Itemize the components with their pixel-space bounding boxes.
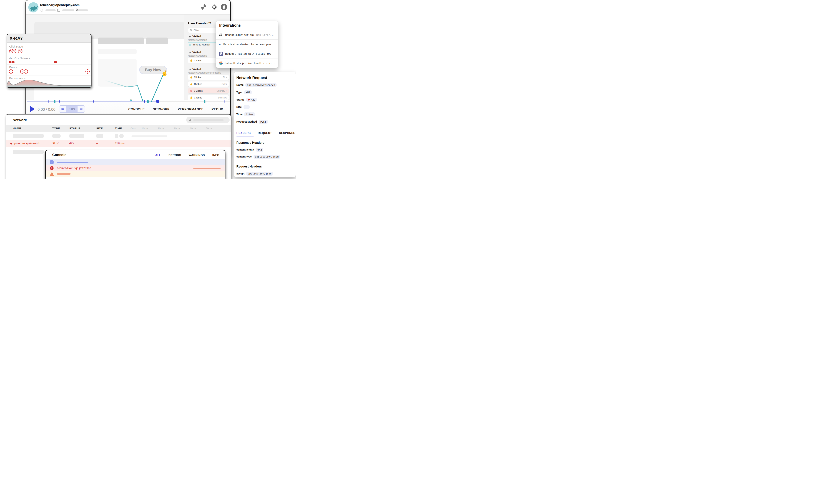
field-type: Type XHR <box>236 90 251 95</box>
field-name-value: api.ecom.xyz/search <box>245 83 277 87</box>
console-title: Console <box>52 153 66 157</box>
render-dot <box>189 44 191 46</box>
event-card-clicked[interactable]: ☝ Clicked Buy Now <box>188 95 228 100</box>
devtools-tabs: CONSOLE NETWORK PERFORMANCE REDUX <box>128 106 223 113</box>
tab-response[interactable]: RESPONSE <box>279 131 295 134</box>
integration-row-quotes[interactable]: Permission denied to access pro... <box>216 39 278 49</box>
skeleton-bar <box>98 49 137 54</box>
elastic-icon <box>219 61 223 65</box>
console-error-source: ecom.xyz/a213qh.js:123987 <box>57 167 91 170</box>
field-request-method: Request Method POST <box>236 119 268 124</box>
header-accept: accept application/json <box>236 171 273 176</box>
duration-skeleton <box>45 9 56 11</box>
time-tick: 30ms <box>174 127 180 130</box>
xray-performance-row[interactable]: Performance <box>7 75 91 88</box>
play-button[interactable] <box>30 106 35 112</box>
network-table-header: NAME TYPE STATUS SIZE TIME 0ms 10ms 20ms… <box>6 125 231 132</box>
user-events-count: 62 <box>207 22 211 25</box>
timeline-page-marker <box>54 100 56 103</box>
render-label[interactable]: Time to Render <box>193 43 210 46</box>
playhead[interactable] <box>156 100 159 103</box>
integration-row-sentry[interactable]: UnhandledRejection: Non—Error... <box>216 30 278 39</box>
xray-errors-row[interactable]: Errors <box>7 65 91 75</box>
error-icon <box>85 69 90 73</box>
network-error-row[interactable]: api.ecom.xyz/search XHR 422 -- 119 ms <box>6 140 231 147</box>
event-path: /category/wearable/watch-details <box>188 71 221 74</box>
event-card-rage-clicks[interactable]: 3 Clicks Quantity + <box>188 88 228 93</box>
info-icon <box>50 160 53 164</box>
tab-redux[interactable]: REDUX <box>212 108 223 111</box>
skeleton-block <box>146 38 168 44</box>
console-tabs: ALL ERRORS WARNINGS INFO <box>155 153 219 157</box>
user-email: rebecca@openreplay.com <box>40 3 80 7</box>
xray-click-rage-row[interactable]: Click Rage <box>7 43 91 55</box>
tab-network[interactable]: NETWORK <box>153 108 170 111</box>
console-tab-warnings[interactable]: WARNINGS <box>189 153 205 157</box>
avatar <box>28 2 39 13</box>
network-error-dot <box>12 61 15 63</box>
timeline-page-marker <box>204 100 205 103</box>
request-status: 422 <box>69 142 74 145</box>
github-icon[interactable] <box>221 4 227 10</box>
skip-forward-button[interactable] <box>78 106 85 112</box>
skip-forward-icon <box>80 107 83 111</box>
visited-icon <box>189 68 191 71</box>
search-icon <box>189 118 192 122</box>
event-type[interactable]: Visited <box>192 35 201 38</box>
integration-row-datadog[interactable]: Request failed with status 500 <box>216 49 278 58</box>
network-search[interactable] <box>186 117 229 123</box>
request-time: 119 ms <box>115 142 125 145</box>
event-type[interactable]: Visited <box>192 68 201 71</box>
timeline-event-tick <box>144 100 145 103</box>
slack-icon[interactable] <box>200 4 207 10</box>
field-size: Size -- <box>236 105 249 109</box>
network-row-skeleton[interactable] <box>6 132 231 140</box>
request-detail-tabs: HEADERS REQUEST RESPONSE <box>236 131 295 134</box>
time-tick: 20ms <box>157 127 164 130</box>
click-hand-icon: ☝ <box>190 76 193 79</box>
jira-icon[interactable] <box>211 4 218 10</box>
console-info-row[interactable] <box>46 159 225 165</box>
skip-controls: 10s <box>59 105 85 113</box>
integration-row-elastic[interactable]: Unhandledrejection handler rece.. <box>216 58 278 68</box>
console-tab-errors[interactable]: ERRORS <box>169 153 181 157</box>
clock-icon <box>40 9 43 12</box>
field-time: Time 119ms <box>236 112 255 117</box>
console-error-row[interactable]: ecom.xyz/a213qh.js:123987 <box>46 165 225 171</box>
event-type[interactable]: Visited <box>192 51 201 54</box>
tab-request[interactable]: REQUEST <box>258 131 272 134</box>
tab-console[interactable]: CONSOLE <box>128 108 145 111</box>
time-tick: 50ms <box>206 127 213 130</box>
request-name: api.ecom.xyz/search <box>13 142 40 145</box>
integrations-title: Integrations <box>219 23 241 27</box>
pointer-hand-cursor: ☝ <box>160 69 169 76</box>
warning-icon <box>50 172 54 176</box>
console-warning-row[interactable] <box>46 171 225 177</box>
time-tick: 10ms <box>141 127 149 130</box>
timeline-event-tick <box>60 100 60 103</box>
response-headers-title: Response Headers <box>236 141 264 145</box>
tab-performance[interactable]: PERFORMANCE <box>178 108 204 111</box>
timeline-quote-marker: “ <box>129 101 132 103</box>
console-tab-info[interactable]: INFO <box>213 153 219 157</box>
xray-panel: X-RAY Click Rage 4xx-5xx Network Errors <box>7 34 91 88</box>
location-pin-icon <box>75 8 78 12</box>
xray-network-row[interactable]: 4xx-5xx Network <box>7 55 91 65</box>
event-card-clicked[interactable]: ☝ Clicked Color <box>188 82 228 87</box>
error-status-dot <box>10 143 12 145</box>
openreplay-session-screenshot: rebecca@openreplay.com <box>0 0 296 179</box>
integrations-panel: Integrations UnhandledRejection: Non—Err… <box>216 21 278 68</box>
skip-back-button[interactable] <box>59 106 66 112</box>
field-size-value: -- <box>244 105 249 109</box>
network-error-dot <box>9 61 12 63</box>
field-status: Status 422 <box>236 97 257 102</box>
time-tick: 0ms <box>131 127 136 130</box>
playback-time: 0:00 / 0:00 <box>38 107 56 112</box>
request-headers-title: Request Headers <box>236 165 262 168</box>
event-card-clicked[interactable]: ☝ Clicked Size <box>188 75 228 80</box>
console-tab-all[interactable]: ALL <box>155 153 161 157</box>
tab-headers[interactable]: HEADERS <box>236 131 250 134</box>
network-error-dot <box>54 61 57 63</box>
error-icon <box>9 69 13 73</box>
active-tab-underline <box>236 136 254 137</box>
